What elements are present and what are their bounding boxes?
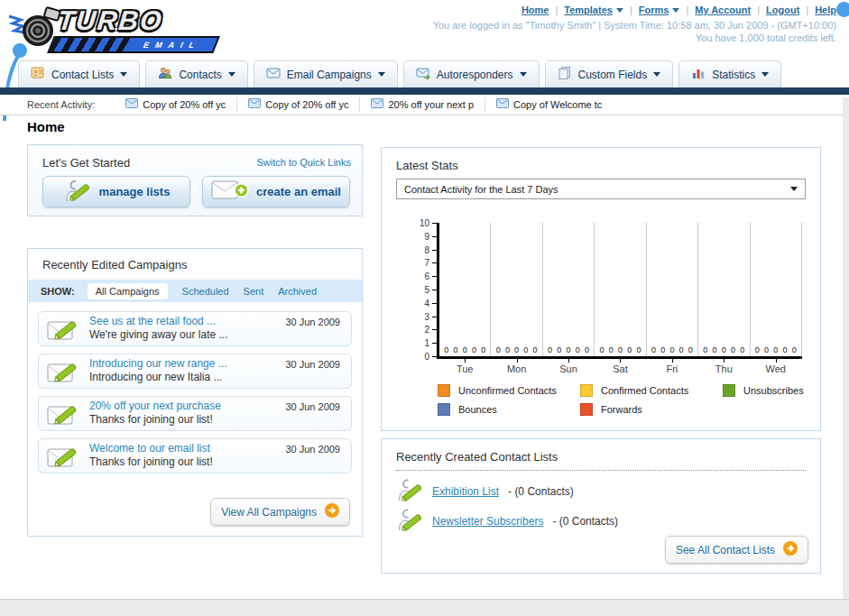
campaign-date: 30 Jun 2009 [285, 317, 340, 327]
contact-list-link[interactable]: Exhibition List [432, 485, 499, 498]
bar-value-labels: 00000 [647, 345, 697, 354]
campaign-list-item[interactable]: Introducing our new range ... Introducin… [38, 354, 352, 389]
contact-list-link[interactable]: Newsletter Subscribers [432, 515, 543, 528]
y-axis-tick [432, 250, 437, 251]
envelope-icon [248, 98, 261, 110]
nav-tab-statistics[interactable]: Statistics [678, 60, 781, 87]
campaign-title-link[interactable]: Welcome to our email list [89, 442, 213, 455]
create-email-icon [211, 179, 249, 205]
x-axis-day-label: Sat [595, 363, 645, 374]
view-all-campaigns-wrap: View All Campaigns [210, 498, 350, 526]
campaign-title-link[interactable]: 20% off your next purchase [89, 400, 221, 413]
manage-lists-icon [63, 178, 92, 206]
recently-created-contact-lists-panel: Recently Created Contact Lists Exhibitio… [381, 438, 821, 574]
stats-period-select[interactable]: Contact Activity for the Last 7 Days [396, 179, 806, 199]
recent-activity-label: Recent Activity: [27, 99, 95, 110]
contact-list-item[interactable]: Exhibition List - (0 Contacts) [396, 476, 806, 506]
y-axis-tick-label: 8 [407, 245, 429, 255]
nav-tab-contacts[interactable]: Contacts [145, 60, 247, 87]
nav-tab-custom-fields[interactable]: Custom Fields [545, 60, 674, 87]
contact-list-items: Exhibition List - (0 Contacts) Newslette… [382, 471, 820, 536]
legend-item: Confirmed Contacts [580, 384, 723, 397]
campaign-list-item[interactable]: See us at the retail food ... We're givi… [38, 311, 352, 346]
contact-lists-title: Recently Created Contact Lists [396, 450, 806, 471]
x-axis-day-label: Mon [491, 363, 541, 374]
chevron-down-icon [790, 187, 798, 191]
email-campaigns-icon [266, 66, 281, 83]
turbo-email-app: TURBO EMAIL Home|Templates|Forms|My Acco… [0, 0, 849, 616]
legend-item: Unsubscribes [723, 384, 804, 397]
legend-item: Unconfirmed Contacts [438, 384, 580, 397]
chevron-down-icon [653, 72, 660, 77]
manage-lists-button[interactable]: manage lists [42, 176, 190, 207]
chart-day-group: 00000Fri [647, 223, 698, 356]
get-started-panel: Let's Get Started Switch to Quick Links … [27, 144, 363, 216]
chevron-down-icon [378, 72, 385, 77]
campaign-list-item[interactable]: Welcome to our email list Thanks for joi… [38, 438, 352, 473]
latest-stats-title: Latest Stats [396, 159, 806, 172]
legend-item: Bounces [438, 403, 580, 416]
header-link-templates[interactable]: Templates [564, 5, 623, 15]
header-link-my-account[interactable]: My Account [695, 5, 751, 15]
contact-list-detail: - (0 Contacts) [508, 485, 574, 498]
see-all-contact-lists-button[interactable]: See All Contact Lists [665, 536, 808, 564]
header-link-home[interactable]: Home [521, 5, 549, 15]
chart-day-group: 00000Sun [543, 223, 595, 356]
campaign-title-link[interactable]: See us at the retail food ... [89, 315, 227, 328]
chevron-down-icon [520, 72, 527, 77]
recent-activity-item[interactable]: Copy of Welcome tc [485, 97, 613, 111]
recent-activity-item[interactable]: Copy of 20% off yc [115, 97, 237, 111]
contact-lists-icon [31, 66, 45, 83]
campaign-subtitle: Thanks for joining our list! [89, 413, 221, 427]
x-axis-day-label: Sun [543, 363, 594, 374]
switch-to-quick-links-link[interactable]: Switch to Quick Links [256, 157, 351, 168]
campaign-title-link[interactable]: Introducing our new range ... [89, 357, 227, 371]
recent-activity-item[interactable]: Copy of 20% off yc [237, 97, 360, 111]
y-axis-tick [432, 262, 437, 263]
chart-legend: Unconfirmed Contacts Confirmed Contacts … [438, 384, 804, 416]
bar-value-labels: 00000 [543, 345, 594, 354]
navy-divider-bar [0, 87, 849, 95]
y-axis-tick-label: 10 [407, 218, 429, 228]
header-link-logout[interactable]: Logout [766, 5, 799, 15]
header-link-forms[interactable]: Forms [639, 5, 680, 15]
campaign-list-item[interactable]: 20% off your next purchase Thanks for jo… [38, 396, 352, 431]
see-all-contact-lists-label: See All Contact Lists [676, 544, 775, 556]
create-email-button[interactable]: create an email [202, 176, 350, 207]
x-axis-tick [517, 359, 518, 363]
legend-swatch [580, 384, 593, 397]
recently-edited-campaigns-panel: Recently Edited Campaigns SHOW: All Camp… [27, 248, 363, 537]
nav-tab-contact-lists[interactable]: Contact Lists [18, 60, 140, 87]
chart-day-group: 00000Mon [491, 223, 542, 356]
chart-plot-area: 00000Tue00000Mon00000Sun00000Sat00000Fri… [437, 223, 802, 359]
envelope-icon [125, 98, 138, 110]
campaign-date: 30 Jun 2009 [285, 444, 340, 455]
nav-tab-autoresponders[interactable]: Autoresponders [403, 60, 540, 87]
orange-arrow-icon [783, 541, 798, 558]
campaign-date: 30 Jun 2009 [285, 359, 340, 370]
nav-tab-email-campaigns[interactable]: Email Campaigns [254, 60, 398, 87]
x-axis-tick [620, 359, 621, 363]
recent-activity-item[interactable]: 20% off your next p [360, 97, 485, 111]
recent-activity-items: Copy of 20% off yc Copy of 20% off yc 20… [115, 95, 613, 115]
recent-activity-bar: Recent Activity: Copy of 20% off yc Copy… [0, 95, 849, 115]
y-axis-tick-label: 5 [407, 285, 429, 295]
contact-list-item[interactable]: Newsletter Subscribers - (0 Contacts) [396, 506, 806, 536]
credits-info: You have 1,000 total credits left. [696, 32, 836, 43]
chevron-down-icon [228, 72, 235, 77]
y-axis-tick-label: 7 [407, 258, 429, 268]
x-axis-day-label: Fri [647, 363, 697, 374]
legend-item: Forwards [580, 403, 723, 416]
campaign-filter-archived[interactable]: Archived [278, 286, 317, 297]
bar-value-labels: 00000 [439, 345, 490, 354]
chart-day-group: 00000Tue [439, 223, 491, 356]
see-all-contact-lists-wrap: See All Contact Lists [665, 536, 808, 564]
campaign-filter-scheduled[interactable]: Scheduled [182, 286, 229, 297]
view-all-campaigns-button[interactable]: View All Campaigns [210, 498, 350, 526]
campaign-subtitle: We're giving away our late ... [89, 328, 227, 342]
campaign-filter-sent[interactable]: Sent [244, 286, 264, 297]
logo-email-bar: EMAIL [47, 36, 220, 53]
header-link-help[interactable]: Help [815, 5, 836, 15]
orange-arrow-icon [325, 503, 339, 520]
campaign-filter-all-campaigns[interactable]: All Campaigns [88, 283, 168, 299]
